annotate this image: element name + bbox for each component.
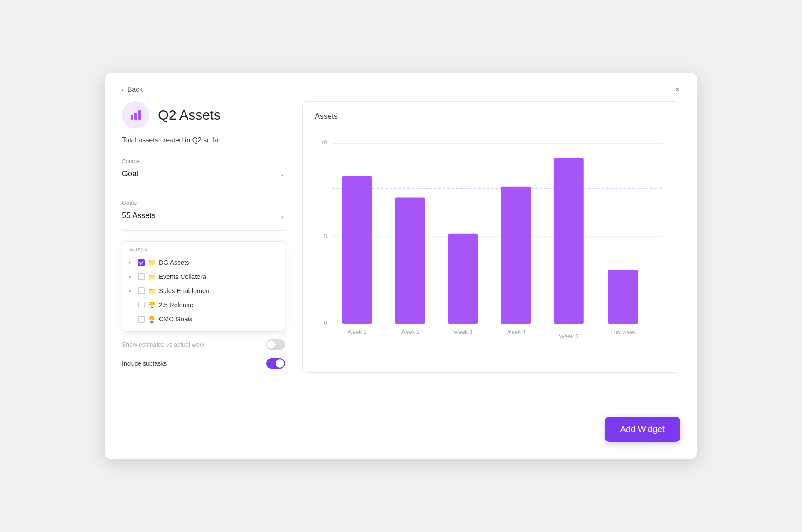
svg-text:Week 5: Week 5	[559, 333, 578, 339]
add-widget-label: Add Widget	[620, 424, 665, 434]
chart-svg: 10 5 0	[315, 130, 668, 344]
chart-title: Assets	[315, 112, 668, 121]
bar-week1	[342, 176, 372, 324]
list-item[interactable]: ▸ 📁 Events Collateral	[122, 269, 285, 284]
svg-text:0: 0	[324, 320, 327, 326]
goal-item-label: 2.5 Release	[159, 301, 193, 308]
source-chevron-icon: ⌄	[280, 171, 285, 178]
toggle-thumb	[267, 340, 276, 349]
back-label: Back	[128, 86, 143, 94]
content-area: Q2 Assets Total assets created in Q2 so …	[105, 101, 697, 390]
show-estimated-row: Show estimated vs actual work	[122, 335, 285, 354]
trophy-icon: 🏆	[148, 316, 155, 323]
list-item[interactable]: ▸ 📁 DG Assets	[122, 255, 285, 269]
svg-text:This week: This week	[610, 329, 636, 335]
svg-text:10: 10	[321, 139, 327, 145]
goals-field-group: Goals 55 Assets ⌄	[122, 200, 285, 231]
bar-week5	[554, 158, 584, 324]
toggle-thumb	[276, 359, 284, 368]
include-subtasks-toggle[interactable]	[266, 358, 285, 369]
source-field-group: Source Goal ⌄	[122, 158, 285, 189]
back-chevron-icon: ‹	[122, 86, 124, 93]
svg-rect-1	[134, 113, 137, 120]
source-label: Source	[122, 158, 285, 164]
goal-item-label: DG Assets	[159, 259, 189, 266]
goal-checkbox[interactable]	[138, 302, 145, 308]
svg-text:Week 2: Week 2	[400, 329, 419, 335]
widget-title: Q2 Assets	[158, 107, 221, 123]
chart-area: 10 5 0	[315, 130, 668, 344]
folder-icon: 📁	[148, 287, 155, 294]
list-item[interactable]: ▸ 🏆 CMO Goals	[122, 312, 285, 326]
svg-text:Week 4: Week 4	[506, 329, 526, 335]
widget-description: Total assets created in Q2 so far.	[122, 136, 285, 144]
goal-checkbox[interactable]	[138, 316, 145, 323]
show-estimated-label: Show estimated vs actual work	[122, 341, 204, 348]
bar-week2	[395, 198, 425, 324]
source-value: Goal	[122, 169, 138, 178]
back-button[interactable]: ‹ Back	[122, 86, 143, 94]
expand-chevron-icon: ▸	[129, 260, 134, 265]
goal-checkbox[interactable]	[138, 287, 145, 294]
goals-section-label: GOALS	[122, 247, 285, 255]
expand-chevron-icon: ▸	[129, 288, 134, 293]
close-button[interactable]: ×	[674, 85, 680, 94]
list-item[interactable]: ▸ 🏆 2.5 Release	[122, 298, 285, 312]
widget-header: Q2 Assets	[122, 101, 285, 129]
svg-rect-2	[138, 110, 141, 120]
header-bar: ‹ Back ×	[105, 73, 697, 101]
goal-checkbox[interactable]	[138, 273, 145, 280]
left-panel: Q2 Assets Total assets created in Q2 so …	[122, 101, 285, 373]
bar-this-week	[608, 270, 638, 324]
goal-checkbox[interactable]	[138, 259, 145, 266]
goals-dropdown-trigger[interactable]: 55 Assets ⌄	[122, 209, 285, 222]
bar-chart-icon	[129, 109, 142, 121]
goal-item-label: CMO Goals	[159, 315, 192, 323]
goals-chevron-icon: ⌄	[280, 212, 285, 219]
folder-icon: 📁	[148, 259, 155, 266]
trophy-icon: 🏆	[148, 302, 155, 308]
show-estimated-toggle[interactable]	[266, 339, 285, 350]
close-icon: ×	[674, 84, 680, 95]
goals-dropdown-panel: GOALS ▸ 📁 DG Assets ▸ 📁 Events Collatera…	[122, 241, 285, 332]
include-subtasks-row: Include subtasks	[122, 354, 285, 373]
folder-icon: 📁	[148, 273, 155, 280]
goal-item-label: Events Collateral	[159, 273, 207, 280]
svg-rect-0	[131, 115, 133, 120]
svg-text:Week 1: Week 1	[347, 329, 367, 335]
bar-week3	[448, 234, 478, 324]
expand-chevron-icon: ▸	[129, 274, 134, 279]
chart-panel: Assets 10 5 0	[302, 101, 680, 373]
bottom-settings: Show estimated vs actual work Include su…	[122, 335, 285, 373]
svg-text:5: 5	[324, 233, 327, 239]
bar-week4	[501, 187, 531, 324]
add-widget-button[interactable]: Add Widget	[605, 417, 680, 442]
list-item[interactable]: ▸ 📁 Sales Enablement	[122, 284, 285, 298]
widget-icon-container	[122, 101, 149, 129]
source-dropdown[interactable]: Goal ⌄	[122, 168, 285, 180]
goal-item-label: Sales Enablement	[159, 287, 211, 294]
goals-value: 55 Assets	[122, 211, 155, 220]
include-subtasks-label: Include subtasks	[122, 360, 167, 367]
svg-text:Week 3: Week 3	[453, 329, 473, 335]
goals-label: Goals	[122, 200, 285, 206]
modal: ‹ Back × Q2 Assets Total assets created …	[105, 73, 697, 459]
